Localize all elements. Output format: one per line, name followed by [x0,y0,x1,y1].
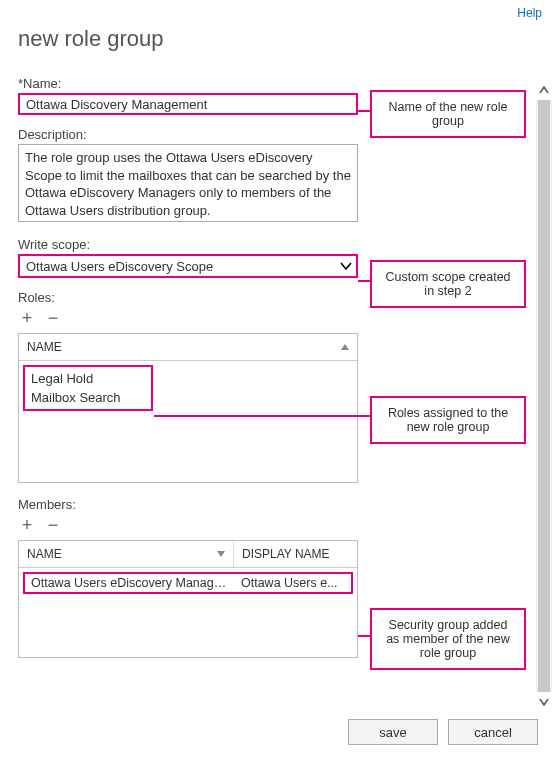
members-header-display-text: DISPLAY NAME [242,547,330,561]
callout-connector [154,415,370,417]
callout-roles: Roles assigned to the new role group [370,396,526,444]
page-title: new role group [18,26,556,52]
members-row-display: Ottawa Users e... [235,574,351,592]
members-remove-button[interactable]: − [44,516,62,534]
members-header-name-text: NAME [27,547,62,561]
roles-remove-button[interactable]: − [44,309,62,327]
members-row[interactable]: Ottawa Users eDiscovery Managers Ottawa … [23,572,353,594]
roles-row[interactable]: Legal Hold [29,369,147,388]
write-scope-value: Ottawa Users eDiscovery Scope [20,259,336,274]
chevron-down-icon [217,551,225,557]
save-button[interactable]: save [348,719,438,745]
roles-row[interactable]: Mailbox Search [29,388,147,407]
callout-connector [358,280,370,282]
scroll-thumb[interactable] [538,100,550,692]
callout-members: Security group added as member of the ne… [370,608,526,670]
members-grid: NAME DISPLAY NAME Ottawa Users eDiscover… [18,540,358,658]
callout-name: Name of the new role group [370,90,526,138]
plus-icon: + [22,516,33,534]
callout-connector [358,635,370,637]
callout-connector [358,110,370,112]
callout-scope: Custom scope created in step 2 [370,260,526,308]
help-link[interactable]: Help [517,6,542,20]
cancel-button[interactable]: cancel [448,719,538,745]
roles-grid: NAME Legal Hold Mailbox Search [18,333,358,483]
members-add-button[interactable]: + [18,516,36,534]
members-label: Members: [18,497,490,512]
scrollbar[interactable] [536,100,552,692]
minus-icon: − [48,516,59,534]
sort-asc-icon [341,344,349,350]
chevron-down-icon [336,256,356,276]
roles-add-button[interactable]: + [18,309,36,327]
members-header-display[interactable]: DISPLAY NAME [234,541,357,567]
write-scope-select[interactable]: Ottawa Users eDiscovery Scope [18,254,358,278]
write-scope-label: Write scope: [18,237,490,252]
scroll-down-button[interactable] [536,694,552,710]
scroll-up-button[interactable] [536,82,552,98]
description-textarea[interactable] [18,144,358,222]
name-input[interactable] [18,93,358,115]
minus-icon: − [48,309,59,327]
name-label: *Name: [18,76,490,91]
roles-highlight-box: Legal Hold Mailbox Search [23,365,153,411]
members-header-name[interactable]: NAME [19,541,234,567]
members-row-name: Ottawa Users eDiscovery Managers [25,574,235,592]
roles-header-name-text: NAME [27,340,62,354]
plus-icon: + [22,309,33,327]
roles-header-name[interactable]: NAME [19,334,357,360]
